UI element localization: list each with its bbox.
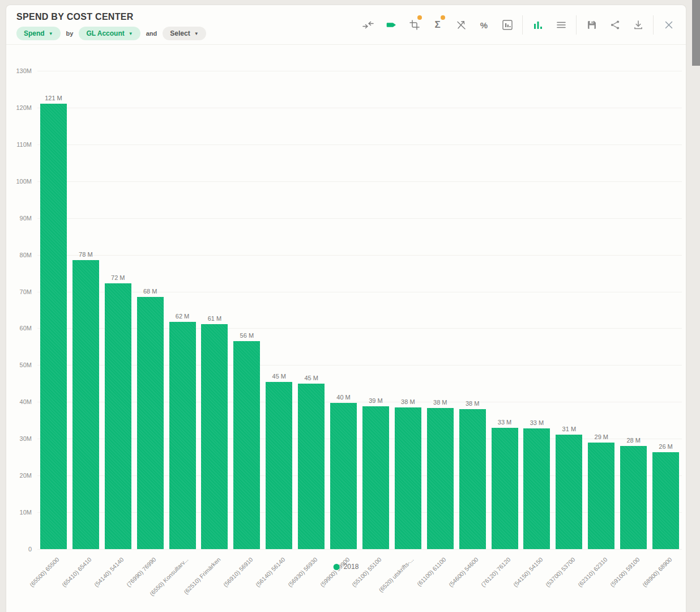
bar-(68900) 68900[interactable] <box>652 452 679 549</box>
bar-(55100) 55100[interactable] <box>362 406 389 549</box>
bar-value-label: 121 M <box>33 95 73 101</box>
merge-arrows-icon <box>362 19 374 31</box>
secondary-dimension-label: Select <box>170 29 190 37</box>
bar-(54140) 54140[interactable] <box>105 283 131 549</box>
bar-value-label: 68 M <box>130 288 170 295</box>
bar-value-label: 38 M <box>453 400 492 407</box>
spend-bar-chart: 010M20M30M40M50M60M70M80M90M100M110M120M… <box>6 45 686 612</box>
bar-(61100) 61100[interactable] <box>427 408 454 549</box>
bar-value-label: 72 M <box>98 274 138 281</box>
measure-dropdown-label: Spend <box>24 29 45 37</box>
x-axis-tick-label: (59100) 59100 <box>576 556 641 612</box>
x-axis-tick-label: (54140) 54140 <box>60 556 125 612</box>
dimension-selector-row: Spend ▼ by GL Account ▼ and Select ▼ <box>16 27 206 40</box>
x-axis-tick-label: (62310) 62310 <box>544 556 609 612</box>
bar-value-label: 31 M <box>549 426 589 432</box>
bar-value-label: 28 M <box>614 437 654 444</box>
sort-disabled-icon <box>455 19 467 31</box>
list-view-icon <box>556 19 567 31</box>
bar-(6550) Konsultarv...[interactable] <box>169 322 196 549</box>
bar-(76120) 76120[interactable] <box>492 428 518 549</box>
gridline <box>37 71 682 71</box>
tag-icon <box>385 19 398 31</box>
bar-value-label: 61 M <box>195 315 234 322</box>
toolbar-divider <box>522 15 523 35</box>
close-icon <box>664 20 674 30</box>
bar-(65410) 65410[interactable] <box>72 260 99 549</box>
bar-chart-view-button[interactable] <box>526 12 549 37</box>
secondary-dimension-dropdown[interactable]: Select ▼ <box>163 27 206 40</box>
x-axis-tick-label: (61100) 61100 <box>382 556 447 612</box>
bar-(56930) 56930[interactable] <box>298 384 325 549</box>
chevron-down-icon: ▼ <box>49 32 53 36</box>
y-axis-tick-label: 110M <box>6 141 32 148</box>
y-axis-tick-label: 10M <box>6 509 32 516</box>
crop-icon <box>409 19 420 31</box>
y-axis-tick-label: 100M <box>6 178 32 185</box>
y-axis-tick-label: 30M <box>6 435 32 442</box>
y-axis-tick-label: 80M <box>6 252 32 258</box>
x-axis-tick-label: (65410) 65410 <box>28 556 93 612</box>
measure-dropdown[interactable]: Spend ▼ <box>16 27 61 40</box>
x-axis-tick-label: (76990) 76990 <box>92 556 157 612</box>
widget-header: SPEND BY COST CENTER Spend ▼ by GL Accou… <box>6 5 686 45</box>
download-button[interactable] <box>626 12 650 37</box>
toolbar-divider <box>576 15 577 35</box>
y-axis-tick-label: 0 <box>6 546 32 552</box>
close-button[interactable] <box>657 12 680 37</box>
sort-disabled-button[interactable] <box>449 12 472 37</box>
bar-chart-view-icon <box>532 19 544 31</box>
y-axis-tick-label: 130M <box>6 67 32 74</box>
x-axis-tick-label: (76120) 76120 <box>447 556 512 612</box>
percent-button[interactable]: % <box>472 12 496 37</box>
x-axis-tick-label: (56140) 56140 <box>221 556 287 612</box>
gridline <box>37 549 682 550</box>
scrollbar-track[interactable] <box>686 0 700 612</box>
bar-value-label: 56 M <box>227 332 267 339</box>
bar-value-label: 78 M <box>66 251 105 258</box>
crop-button[interactable] <box>403 12 426 37</box>
gridline <box>37 218 682 219</box>
bar-(56140) 56140[interactable] <box>266 382 292 549</box>
page-title: SPEND BY COST CENTER <box>16 12 134 22</box>
legend[interactable]: 2018 <box>334 563 359 571</box>
y-axis-tick-label: 60M <box>6 325 32 332</box>
download-icon <box>633 19 644 31</box>
y-axis-tick-label: 120M <box>6 104 32 111</box>
save-button[interactable] <box>580 12 603 37</box>
x-axis-tick-label: (6520) utskrifts-... <box>350 556 415 612</box>
bar-(65500) 65500[interactable] <box>40 104 67 549</box>
bar-(59900) 59900[interactable] <box>330 403 357 549</box>
scrollbar-thumb[interactable] <box>692 0 700 66</box>
sigma-button[interactable]: Σ <box>426 12 449 37</box>
gridline <box>37 144 682 145</box>
bar-(53700) 53700[interactable] <box>556 435 582 549</box>
share-button[interactable] <box>603 12 626 37</box>
list-view-button[interactable] <box>549 12 573 37</box>
dimension-dropdown-label: GL Account <box>86 29 124 37</box>
bar-(6520) utskrifts-...[interactable] <box>395 407 421 549</box>
chevron-down-icon: ▼ <box>194 32 199 36</box>
bar-(54600) 54600[interactable] <box>459 409 486 549</box>
x-axis-tick-label: (53700) 53700 <box>511 556 577 612</box>
x-axis-tick-label: (56930) 56930 <box>254 556 319 612</box>
gridline <box>37 255 682 256</box>
bar-(62310) 62310[interactable] <box>588 443 614 549</box>
dimension-dropdown[interactable]: GL Account ▼ <box>79 27 140 40</box>
merge-arrows-button[interactable] <box>356 12 379 37</box>
x-axis-tick-label: (56910) 56910 <box>189 556 254 612</box>
bar-(76990) 76990[interactable] <box>137 297 164 549</box>
x-axis-tick-label: (68900) 68900 <box>608 556 673 612</box>
chart-box-button[interactable] <box>496 12 519 37</box>
legend-marker-icon <box>334 564 340 570</box>
tag-button[interactable] <box>379 12 403 37</box>
bar-value-label: 26 M <box>646 443 686 450</box>
bar-(56910) 56910[interactable] <box>233 341 260 549</box>
x-axis-tick-label: (54600) 54600 <box>415 556 480 612</box>
share-icon <box>609 19 621 31</box>
bar-(62510) Frimärken[interactable] <box>201 324 228 549</box>
bar-value-label: 45 M <box>292 375 331 381</box>
chevron-down-icon: ▼ <box>129 32 133 36</box>
bar-(54150) 54150[interactable] <box>523 428 550 549</box>
bar-(59100) 59100[interactable] <box>620 446 647 549</box>
